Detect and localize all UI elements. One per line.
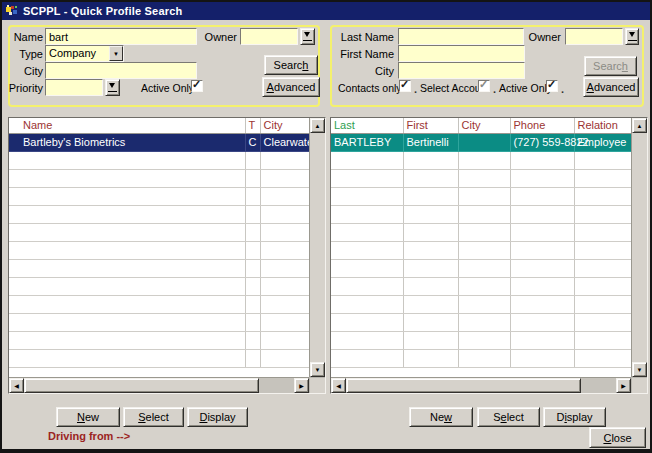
company-search-button[interactable]: Search — [264, 55, 318, 75]
last-name-input[interactable] — [398, 28, 524, 45]
column-header-city[interactable]: City — [458, 118, 510, 133]
close-button[interactable]: Close — [589, 427, 646, 448]
table-row-empty[interactable] — [9, 241, 309, 259]
quick-profile-search-window: SCPPL - Quick Profile Search Name Owner … — [0, 0, 652, 453]
scroll-left-icon[interactable]: ◀ — [9, 378, 24, 393]
city-input[interactable] — [398, 62, 525, 79]
contact-new-button[interactable]: New — [409, 407, 473, 427]
table-row-empty[interactable] — [331, 205, 631, 223]
city-input[interactable] — [45, 62, 197, 79]
vertical-scrollbar[interactable]: ▲ ▼ — [309, 118, 325, 377]
contact-search-button[interactable]: Search — [584, 56, 637, 76]
scroll-right-icon[interactable]: ▶ — [294, 378, 309, 393]
table-row-empty[interactable] — [9, 151, 309, 169]
first-name-input[interactable] — [398, 45, 525, 62]
city-label: City — [336, 65, 394, 77]
company-display-button[interactable]: Display — [187, 407, 248, 427]
table-row-empty[interactable] — [9, 187, 309, 205]
list-of-values-icon — [108, 83, 117, 92]
check-icon: ✓ — [547, 78, 556, 90]
scroll-down-icon[interactable]: ▼ — [310, 362, 325, 377]
column-header-relation[interactable]: Relation — [574, 118, 631, 133]
contacts-only-label: Contacts only — [338, 82, 402, 94]
table-row-empty[interactable] — [331, 331, 631, 349]
column-header-phone[interactable]: Phone — [510, 118, 574, 133]
company-header-row: Name T City — [9, 118, 309, 133]
table-row-empty[interactable] — [331, 313, 631, 331]
owner-input[interactable] — [240, 28, 298, 45]
scrollbar-corner — [309, 377, 325, 393]
owner-input[interactable] — [565, 28, 623, 45]
table-row-empty[interactable] — [331, 295, 631, 313]
cell-t: C — [245, 133, 260, 151]
cell-relation: Employee — [574, 133, 631, 151]
contact-advanced-button[interactable]: Advanced — [583, 77, 639, 97]
scrollbar-thumb[interactable] — [346, 378, 581, 393]
scroll-up-icon[interactable]: ▲ — [310, 118, 325, 133]
company-new-button[interactable]: New — [56, 407, 120, 427]
table-row-empty[interactable] — [331, 187, 631, 205]
contact-select-button[interactable]: Select — [477, 407, 540, 427]
table-row-empty[interactable] — [331, 169, 631, 187]
table-row-empty[interactable] — [9, 205, 309, 223]
list-of-values-icon — [303, 32, 312, 41]
table-row-empty[interactable] — [9, 169, 309, 187]
table-row-empty[interactable] — [331, 241, 631, 259]
contacts-only-checkbox[interactable]: ✓ — [399, 80, 411, 92]
column-header-name[interactable]: Name — [9, 118, 245, 133]
column-header-t[interactable]: T — [245, 118, 260, 133]
table-row-selected[interactable]: Bartleby's Biometrics C Clearwater — [9, 133, 309, 151]
cell-first: Bertinelli — [403, 133, 458, 151]
table-row-empty[interactable] — [331, 259, 631, 277]
contact-grid: Last First City Phone Relation BARTLEBY … — [331, 118, 631, 377]
table-row-empty[interactable] — [331, 277, 631, 295]
table-row-empty[interactable] — [9, 295, 309, 313]
table-row-empty[interactable] — [9, 259, 309, 277]
column-header-city[interactable]: City — [260, 118, 309, 133]
table-row-empty[interactable] — [331, 151, 631, 169]
cell-phone: (727) 559-8822 — [510, 133, 574, 151]
active-only-checkbox[interactable]: ✓ — [191, 80, 203, 92]
table-row-empty[interactable] — [9, 349, 309, 367]
company-results-table: Name T City Bartleby's Biometrics C Clea… — [8, 117, 326, 394]
separator-dot: . — [414, 83, 417, 95]
priority-label: Priority — [4, 82, 43, 94]
horizontal-scrollbar[interactable]: ◀ ▶ — [331, 377, 631, 393]
owner-lov-button[interactable] — [300, 28, 315, 45]
type-label: Type — [8, 48, 43, 60]
window-title: SCPPL - Quick Profile Search — [23, 5, 182, 17]
scroll-up-icon[interactable]: ▲ — [632, 118, 647, 133]
column-header-first[interactable]: First — [403, 118, 458, 133]
table-row-empty[interactable] — [9, 313, 309, 331]
table-row-empty[interactable] — [9, 223, 309, 241]
priority-lov-button[interactable] — [105, 79, 120, 96]
type-dropdown[interactable]: Company ▼ — [45, 45, 124, 62]
chevron-down-icon[interactable]: ▼ — [109, 46, 123, 61]
scroll-down-icon[interactable]: ▼ — [632, 362, 647, 377]
city-label: City — [8, 65, 43, 77]
title-bar[interactable]: SCPPL - Quick Profile Search — [2, 2, 650, 20]
contact-display-button[interactable]: Display — [543, 407, 606, 427]
table-row-empty[interactable] — [331, 223, 631, 241]
active-only-label: Active Only — [499, 82, 552, 94]
column-header-last[interactable]: Last — [331, 118, 403, 133]
active-only-checkbox[interactable]: ✓ — [546, 80, 558, 92]
horizontal-scrollbar[interactable]: ◀ ▶ — [9, 377, 309, 393]
owner-lov-button[interactable] — [625, 28, 639, 45]
table-row-empty[interactable] — [331, 349, 631, 367]
table-row-empty[interactable] — [9, 331, 309, 349]
vertical-scrollbar[interactable]: ▲ ▼ — [631, 118, 647, 377]
name-input[interactable] — [45, 28, 197, 45]
select-account-checkbox[interactable]: ✓ — [478, 80, 490, 92]
priority-input[interactable] — [45, 79, 103, 96]
company-select-button[interactable]: Select — [123, 407, 184, 427]
table-row-empty[interactable] — [9, 277, 309, 295]
check-icon: ✓ — [192, 78, 201, 90]
scrollbar-thumb[interactable] — [24, 378, 259, 393]
company-advanced-button[interactable]: Advanced — [262, 77, 320, 97]
separator-dot: . — [561, 83, 564, 95]
owner-label: Owner — [203, 31, 237, 43]
scroll-right-icon[interactable]: ▶ — [616, 378, 631, 393]
table-row-selected[interactable]: BARTLEBY Bertinelli (727) 559-8822 Emplo… — [331, 133, 631, 151]
scroll-left-icon[interactable]: ◀ — [331, 378, 346, 393]
